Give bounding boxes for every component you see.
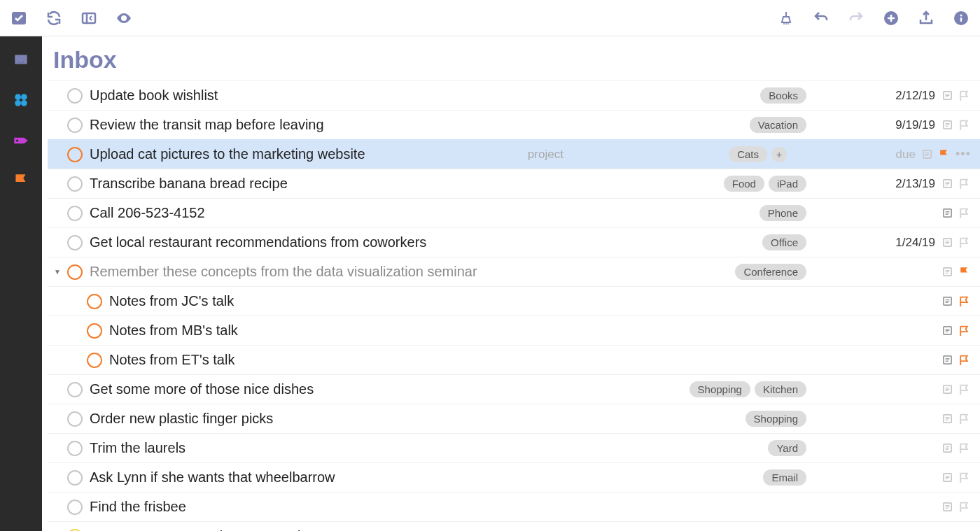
flag-icon[interactable]	[955, 90, 973, 101]
task-title[interactable]: Order new plastic finger picks	[90, 411, 280, 427]
redo-icon[interactable]	[847, 9, 865, 27]
task-row[interactable]: Upload cat pictures to the marketing web…	[48, 139, 980, 169]
due-date[interactable]: 2/13/19	[806, 177, 939, 191]
tag-pill[interactable]: Kitchen	[755, 381, 806, 397]
task-row[interactable]: Order new plastic finger picksShopping	[48, 404, 980, 433]
flag-icon[interactable]	[955, 501, 973, 513]
flag-icon[interactable]	[955, 383, 973, 395]
task-row[interactable]: Notes from JC's talk	[48, 286, 980, 316]
note-icon[interactable]	[939, 325, 955, 336]
sidebar-projects-icon[interactable]	[10, 90, 31, 111]
note-icon[interactable]	[939, 178, 955, 189]
flag-icon[interactable]	[955, 266, 973, 278]
note-icon[interactable]	[939, 502, 955, 512]
status-circle[interactable]	[67, 382, 83, 397]
status-circle[interactable]	[67, 441, 83, 456]
task-title[interactable]: Ask Lynn if she wants that wheelbarrow	[90, 469, 342, 486]
status-circle[interactable]	[67, 500, 83, 515]
task-title[interactable]: Notes from ET's talk	[109, 352, 241, 368]
sidebar-flagged-icon[interactable]	[10, 171, 31, 192]
share-icon[interactable]	[917, 9, 935, 27]
status-circle[interactable]	[87, 294, 102, 309]
task-row[interactable]: Get some more of those nice dishesShoppi…	[48, 374, 980, 404]
tag-pill[interactable]: Yard	[768, 440, 806, 456]
tag-pill[interactable]: Office	[762, 234, 806, 250]
more-icon[interactable]: •••	[953, 147, 973, 162]
note-icon[interactable]	[939, 472, 955, 483]
info-icon[interactable]	[952, 9, 970, 27]
due-date[interactable]: due	[787, 148, 920, 162]
task-title[interactable]: Find the frisbee	[90, 499, 193, 515]
task-row[interactable]: Put more money on the Orca card1/10/19	[48, 521, 980, 531]
status-circle[interactable]	[67, 235, 83, 250]
note-icon[interactable]	[939, 267, 955, 277]
task-title[interactable]: Get some more of those nice dishes	[90, 381, 321, 397]
due-date[interactable]: 2/12/19	[806, 89, 939, 103]
task-title[interactable]: Upload cat pictures to the marketing web…	[90, 146, 372, 162]
flag-icon[interactable]	[955, 325, 973, 337]
due-date[interactable]: 1/24/19	[806, 236, 939, 250]
task-title[interactable]: Get local restaurant recommendations fro…	[90, 234, 433, 250]
flag-icon[interactable]	[955, 354, 973, 366]
note-icon[interactable]	[939, 120, 955, 130]
note-icon[interactable]	[939, 443, 955, 453]
task-title[interactable]: Transcribe banana bread recipe	[90, 176, 295, 192]
flag-icon[interactable]	[955, 207, 973, 219]
tag-pill[interactable]: Shopping	[746, 411, 806, 427]
undo-icon[interactable]	[812, 9, 830, 27]
status-circle[interactable]	[67, 529, 83, 532]
disclosure-triangle[interactable]: ▼	[48, 268, 67, 276]
tag-pill[interactable]: Phone	[760, 205, 806, 221]
task-title[interactable]: Notes from JC's talk	[109, 293, 241, 309]
task-row[interactable]: Transcribe banana bread recipeFoodiPad2/…	[48, 169, 980, 198]
tag-pill[interactable]: iPad	[769, 176, 806, 192]
status-circle[interactable]	[67, 264, 83, 280]
project-placeholder[interactable]: project	[528, 148, 573, 162]
flag-icon[interactable]	[955, 472, 973, 483]
tag-pill[interactable]: Shopping	[690, 381, 750, 397]
task-row[interactable]: Ask Lynn if she wants that wheelbarrowEm…	[48, 462, 980, 492]
task-row[interactable]: Notes from MB's talk	[48, 316, 980, 345]
task-title[interactable]: Call 206-523-4152	[90, 205, 212, 221]
status-circle[interactable]	[67, 147, 83, 162]
task-title[interactable]: Put more money on the Orca card	[90, 528, 307, 531]
due-date[interactable]: 9/19/19	[806, 118, 939, 132]
task-row[interactable]: Update book wishlistBooks2/12/19	[48, 80, 980, 110]
note-icon[interactable]	[939, 296, 955, 306]
add-tag-button[interactable]: +	[771, 147, 787, 162]
flag-icon[interactable]	[955, 295, 973, 307]
task-title[interactable]: Review the transit map before leaving	[90, 117, 331, 133]
view-icon[interactable]	[115, 9, 133, 27]
note-icon[interactable]	[920, 149, 935, 160]
flag-icon[interactable]	[955, 178, 973, 190]
task-row[interactable]: Review the transit map before leavingVac…	[48, 110, 980, 139]
task-row[interactable]: Trim the laurelsYard	[48, 433, 980, 462]
note-icon[interactable]	[939, 90, 955, 101]
note-icon[interactable]	[939, 208, 955, 218]
note-icon[interactable]	[939, 355, 955, 365]
flag-icon[interactable]	[955, 413, 973, 425]
flag-icon[interactable]	[935, 148, 953, 160]
status-circle[interactable]	[67, 470, 83, 486]
task-title[interactable]: Trim the laurels	[90, 440, 192, 456]
add-icon[interactable]	[882, 9, 900, 27]
note-icon[interactable]	[939, 413, 955, 424]
task-row[interactable]: Get local restaurant recommendations fro…	[48, 227, 980, 257]
tag-pill[interactable]: Email	[763, 469, 806, 486]
flag-icon[interactable]	[955, 236, 973, 248]
flag-icon[interactable]	[955, 442, 973, 454]
task-title[interactable]: Notes from MB's talk	[109, 323, 245, 339]
sync-icon[interactable]	[45, 9, 63, 27]
task-row[interactable]: Notes from ET's talk	[48, 345, 980, 374]
status-circle[interactable]	[87, 323, 102, 339]
sidebar-tags-icon[interactable]	[10, 130, 31, 151]
status-circle[interactable]	[67, 411, 83, 427]
cleanup-icon[interactable]	[777, 9, 795, 27]
note-icon[interactable]	[939, 384, 955, 395]
task-row[interactable]: Call 206-523-4152Phone	[48, 198, 980, 227]
task-row[interactable]: ▼Remember these concepts from the data v…	[48, 257, 980, 286]
tag-pill[interactable]: Food	[724, 176, 764, 192]
status-circle[interactable]	[67, 88, 83, 104]
tag-pill[interactable]: Cats	[729, 146, 767, 162]
status-circle[interactable]	[87, 353, 102, 368]
